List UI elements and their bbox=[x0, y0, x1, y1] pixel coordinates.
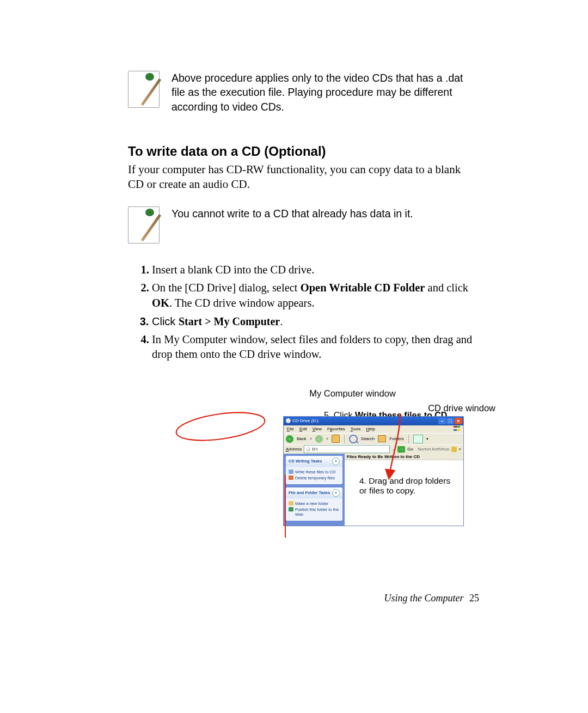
disk-icon bbox=[306, 447, 310, 452]
address-dropdown[interactable]: ⌄ bbox=[392, 447, 395, 452]
views-button[interactable] bbox=[413, 435, 423, 443]
go-label: Go bbox=[407, 447, 413, 452]
address-value: D:\ bbox=[312, 447, 317, 452]
minimize-button[interactable]: – bbox=[438, 418, 446, 424]
task-head-ff: File and Folder Tasks bbox=[289, 490, 330, 495]
new-folder-icon bbox=[289, 501, 293, 505]
close-button[interactable]: × bbox=[455, 418, 462, 424]
address-field[interactable]: D:\ bbox=[304, 445, 390, 453]
note-icon bbox=[128, 206, 160, 243]
toolbar: ‹ Back ▾ › ▾ Search Folders ▾ bbox=[284, 433, 463, 444]
note-block-1: Above procedure applies only to the vide… bbox=[128, 71, 479, 114]
label-cd-drive-window: CD drive window bbox=[428, 403, 495, 413]
callout-drag-drop: 4. Drag and drop folders or files to cop… bbox=[359, 476, 452, 496]
forward-button[interactable]: › bbox=[315, 435, 323, 443]
cd-writing-tasks: CD Writing Tasks « Write these files to … bbox=[286, 456, 342, 484]
cd-write-icon bbox=[289, 470, 293, 474]
menu-favorites[interactable]: Favorites bbox=[327, 426, 345, 431]
section-heading: To write data on a CD (Optional) bbox=[128, 144, 479, 159]
up-button[interactable] bbox=[332, 435, 340, 443]
file-folder-tasks: File and Folder Tasks « Make a new folde… bbox=[286, 487, 342, 521]
footer-page-number: 25 bbox=[469, 593, 479, 604]
menu-help[interactable]: Help bbox=[366, 426, 375, 431]
collapse-icon[interactable]: « bbox=[332, 489, 340, 497]
back-button[interactable]: ‹ bbox=[286, 435, 293, 443]
search-icon[interactable] bbox=[349, 435, 358, 443]
procedure-steps: Insert a blank CD into the CD drive. On … bbox=[128, 263, 479, 362]
maximize-button[interactable]: □ bbox=[446, 418, 454, 424]
menu-file[interactable]: File bbox=[287, 426, 294, 431]
svg-point-0 bbox=[175, 408, 267, 445]
collapse-icon[interactable]: « bbox=[332, 458, 340, 465]
go-button[interactable]: → bbox=[397, 446, 405, 453]
note-icon bbox=[128, 71, 160, 108]
search-label: Search bbox=[361, 436, 375, 441]
note-text-1: Above procedure applies only to the vide… bbox=[171, 71, 479, 114]
step-2: On the [CD Drive] dialog, select Open Wr… bbox=[152, 281, 479, 310]
title-bar: CD Drive (D:) – □ × bbox=[284, 417, 463, 425]
cd-drive-window: CD Drive (D:) – □ × File Edit View Favor… bbox=[283, 416, 464, 526]
section-intro: If your computer has CD-RW functionality… bbox=[128, 162, 479, 192]
annotation-ellipse bbox=[173, 405, 268, 447]
task-head-cd: CD Writing Tasks bbox=[289, 459, 322, 464]
address-bar: Address D:\ ⌄ → Go Norton AntiVirus ▾ bbox=[284, 444, 463, 454]
back-label: Back bbox=[297, 436, 307, 441]
link-new-folder[interactable]: Make a new folder bbox=[289, 501, 340, 506]
windows-flag-icon bbox=[454, 426, 460, 432]
step-3: Click Start > My Computer. bbox=[152, 314, 479, 329]
link-delete-temp[interactable]: Delete temporary files bbox=[289, 476, 340, 480]
annotation-connector bbox=[285, 475, 286, 538]
step-4: In My Computer window, select files and … bbox=[152, 332, 479, 362]
content-section-header: Files Ready to Be Written to the CD bbox=[345, 454, 463, 460]
page-footer: Using the Computer 25 bbox=[384, 593, 480, 604]
norton-label: Norton AntiVirus bbox=[418, 447, 449, 452]
tasks-pane: CD Writing Tasks « Write these files to … bbox=[284, 454, 345, 526]
caption-my-computer: My Computer window bbox=[226, 388, 479, 399]
menu-tools[interactable]: Tools bbox=[351, 426, 361, 431]
folders-label: Folders bbox=[389, 436, 404, 441]
address-label: Address bbox=[286, 447, 302, 452]
link-write-files[interactable]: Write these files to CD bbox=[289, 470, 340, 474]
footer-section: Using the Computer bbox=[384, 593, 464, 604]
screenshot-area: CD drive window CD Drive (D:) – □ × File bbox=[177, 411, 479, 585]
menu-view[interactable]: View bbox=[313, 426, 322, 431]
delete-icon bbox=[289, 476, 293, 480]
window-title: CD Drive (D:) bbox=[292, 418, 318, 423]
folders-icon[interactable] bbox=[378, 435, 386, 442]
publish-icon bbox=[289, 507, 293, 511]
disk-icon bbox=[286, 418, 291, 423]
step-1: Insert a blank CD into the CD drive. bbox=[152, 263, 479, 278]
note-block-2: You cannot write to a CD that already ha… bbox=[128, 206, 479, 243]
menu-bar: File Edit View Favorites Tools Help bbox=[284, 425, 463, 433]
norton-icon bbox=[451, 447, 457, 452]
menu-edit[interactable]: Edit bbox=[299, 426, 307, 431]
note-text-2: You cannot write to a CD that already ha… bbox=[171, 206, 413, 221]
link-publish-web[interactable]: Publish this folder to the Web bbox=[289, 507, 340, 517]
